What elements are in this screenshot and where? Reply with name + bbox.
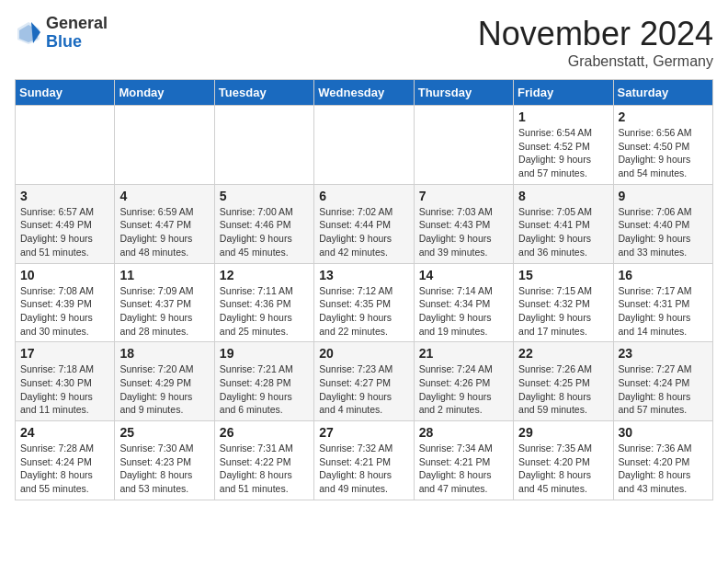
day-info: Sunrise: 7:35 AM Sunset: 4:20 PM Dayligh…	[518, 442, 608, 496]
day-info: Sunrise: 7:26 AM Sunset: 4:25 PM Dayligh…	[518, 362, 608, 417]
day-number: 22	[518, 346, 608, 361]
day-info: Sunrise: 7:02 AM Sunset: 4:44 PM Dayligh…	[319, 205, 408, 259]
calendar-week-row: 17Sunrise: 7:18 AM Sunset: 4:30 PM Dayli…	[16, 342, 713, 421]
calendar-cell: 7Sunrise: 7:03 AM Sunset: 4:43 PM Daylig…	[414, 184, 513, 263]
day-number: 21	[419, 346, 508, 361]
calendar-cell: 3Sunrise: 6:57 AM Sunset: 4:49 PM Daylig…	[16, 184, 115, 263]
day-info: Sunrise: 7:32 AM Sunset: 4:21 PM Dayligh…	[319, 442, 408, 496]
calendar-cell: 15Sunrise: 7:15 AM Sunset: 4:32 PM Dayli…	[514, 263, 613, 342]
day-number: 23	[619, 346, 708, 361]
day-number: 28	[419, 425, 508, 440]
day-number: 24	[20, 425, 109, 440]
calendar-cell	[314, 106, 414, 185]
day-info: Sunrise: 7:28 AM Sunset: 4:24 PM Dayligh…	[20, 442, 109, 496]
day-number: 17	[20, 346, 109, 361]
calendar-cell: 30Sunrise: 7:36 AM Sunset: 4:20 PM Dayli…	[613, 421, 712, 500]
day-number: 26	[220, 425, 309, 440]
calendar-cell: 28Sunrise: 7:34 AM Sunset: 4:21 PM Dayli…	[414, 421, 513, 500]
calendar-cell: 22Sunrise: 7:26 AM Sunset: 4:25 PM Dayli…	[514, 342, 613, 421]
day-info: Sunrise: 7:08 AM Sunset: 4:39 PM Dayligh…	[20, 284, 109, 339]
page-header: General Blue November 2024 Grabenstatt, …	[15, 15, 713, 70]
calendar-cell	[16, 106, 115, 185]
calendar-cell: 1Sunrise: 6:54 AM Sunset: 4:52 PM Daylig…	[514, 106, 613, 185]
day-info: Sunrise: 6:59 AM Sunset: 4:47 PM Dayligh…	[119, 205, 209, 259]
weekday-header-friday: Friday	[514, 80, 613, 106]
weekday-header-monday: Monday	[115, 80, 214, 106]
calendar-cell: 17Sunrise: 7:18 AM Sunset: 4:30 PM Dayli…	[16, 342, 115, 421]
day-info: Sunrise: 7:34 AM Sunset: 4:21 PM Dayligh…	[419, 442, 508, 496]
calendar-cell: 11Sunrise: 7:09 AM Sunset: 4:37 PM Dayli…	[115, 263, 214, 342]
weekday-header-wednesday: Wednesday	[314, 80, 414, 106]
logo-general-text: General	[46, 15, 108, 33]
location-text: Grabenstatt, Germany	[478, 53, 713, 70]
calendar-cell: 12Sunrise: 7:11 AM Sunset: 4:36 PM Dayli…	[214, 263, 313, 342]
day-info: Sunrise: 7:05 AM Sunset: 4:41 PM Dayligh…	[518, 205, 608, 259]
calendar-cell: 18Sunrise: 7:20 AM Sunset: 4:29 PM Dayli…	[115, 342, 214, 421]
day-info: Sunrise: 7:06 AM Sunset: 4:40 PM Dayligh…	[619, 205, 708, 259]
day-info: Sunrise: 7:24 AM Sunset: 4:26 PM Dayligh…	[419, 362, 508, 417]
calendar-week-row: 24Sunrise: 7:28 AM Sunset: 4:24 PM Dayli…	[16, 421, 713, 500]
day-info: Sunrise: 6:54 AM Sunset: 4:52 PM Dayligh…	[518, 126, 608, 180]
day-info: Sunrise: 7:23 AM Sunset: 4:27 PM Dayligh…	[319, 362, 408, 417]
calendar-cell: 6Sunrise: 7:02 AM Sunset: 4:44 PM Daylig…	[314, 184, 414, 263]
day-info: Sunrise: 7:11 AM Sunset: 4:36 PM Dayligh…	[220, 284, 309, 339]
calendar-cell: 27Sunrise: 7:32 AM Sunset: 4:21 PM Dayli…	[314, 421, 414, 500]
calendar-cell: 26Sunrise: 7:31 AM Sunset: 4:22 PM Dayli…	[214, 421, 313, 500]
calendar-cell: 5Sunrise: 7:00 AM Sunset: 4:46 PM Daylig…	[214, 184, 313, 263]
calendar-cell: 20Sunrise: 7:23 AM Sunset: 4:27 PM Dayli…	[314, 342, 414, 421]
logo: General Blue	[15, 15, 108, 52]
calendar-cell: 13Sunrise: 7:12 AM Sunset: 4:35 PM Dayli…	[314, 263, 414, 342]
day-info: Sunrise: 7:31 AM Sunset: 4:22 PM Dayligh…	[220, 442, 309, 496]
calendar-cell: 25Sunrise: 7:30 AM Sunset: 4:23 PM Dayli…	[115, 421, 214, 500]
day-number: 19	[220, 346, 309, 361]
calendar-cell: 10Sunrise: 7:08 AM Sunset: 4:39 PM Dayli…	[16, 263, 115, 342]
calendar-cell: 29Sunrise: 7:35 AM Sunset: 4:20 PM Dayli…	[514, 421, 613, 500]
calendar-cell: 4Sunrise: 6:59 AM Sunset: 4:47 PM Daylig…	[115, 184, 214, 263]
day-info: Sunrise: 7:30 AM Sunset: 4:23 PM Dayligh…	[119, 442, 209, 496]
logo-icon	[15, 19, 42, 47]
day-number: 6	[319, 189, 408, 203]
day-number: 8	[518, 189, 608, 203]
calendar-cell	[414, 106, 513, 185]
calendar-cell: 8Sunrise: 7:05 AM Sunset: 4:41 PM Daylig…	[514, 184, 613, 263]
calendar-cell: 16Sunrise: 7:17 AM Sunset: 4:31 PM Dayli…	[613, 263, 712, 342]
day-number: 18	[119, 346, 209, 361]
day-number: 14	[419, 268, 508, 282]
day-number: 13	[319, 268, 408, 282]
calendar-cell	[115, 106, 214, 185]
calendar-week-row: 3Sunrise: 6:57 AM Sunset: 4:49 PM Daylig…	[16, 184, 713, 263]
day-number: 20	[319, 346, 408, 361]
calendar-cell: 19Sunrise: 7:21 AM Sunset: 4:28 PM Dayli…	[214, 342, 313, 421]
day-number: 1	[518, 109, 608, 124]
calendar-cell: 14Sunrise: 7:14 AM Sunset: 4:34 PM Dayli…	[414, 263, 513, 342]
weekday-header-row: SundayMondayTuesdayWednesdayThursdayFrid…	[16, 80, 713, 106]
day-info: Sunrise: 7:27 AM Sunset: 4:24 PM Dayligh…	[619, 362, 708, 417]
day-info: Sunrise: 7:12 AM Sunset: 4:35 PM Dayligh…	[319, 284, 408, 339]
calendar-cell: 9Sunrise: 7:06 AM Sunset: 4:40 PM Daylig…	[613, 184, 712, 263]
day-info: Sunrise: 7:20 AM Sunset: 4:29 PM Dayligh…	[119, 362, 209, 417]
weekday-header-tuesday: Tuesday	[214, 80, 313, 106]
day-number: 15	[518, 268, 608, 282]
day-info: Sunrise: 7:36 AM Sunset: 4:20 PM Dayligh…	[619, 442, 708, 496]
day-number: 9	[619, 189, 708, 203]
day-number: 16	[619, 268, 708, 282]
day-number: 10	[20, 268, 109, 282]
weekday-header-sunday: Sunday	[16, 80, 115, 106]
day-number: 2	[619, 109, 708, 124]
day-info: Sunrise: 7:18 AM Sunset: 4:30 PM Dayligh…	[20, 362, 109, 417]
day-info: Sunrise: 7:14 AM Sunset: 4:34 PM Dayligh…	[419, 284, 508, 339]
day-number: 29	[518, 425, 608, 440]
day-info: Sunrise: 7:09 AM Sunset: 4:37 PM Dayligh…	[119, 284, 209, 339]
calendar-week-row: 1Sunrise: 6:54 AM Sunset: 4:52 PM Daylig…	[16, 106, 713, 185]
weekday-header-thursday: Thursday	[414, 80, 513, 106]
calendar-cell: 21Sunrise: 7:24 AM Sunset: 4:26 PM Dayli…	[414, 342, 513, 421]
calendar-table: SundayMondayTuesdayWednesdayThursdayFrid…	[15, 79, 713, 500]
day-number: 30	[619, 425, 708, 440]
weekday-header-saturday: Saturday	[613, 80, 712, 106]
calendar-cell: 2Sunrise: 6:56 AM Sunset: 4:50 PM Daylig…	[613, 106, 712, 185]
day-info: Sunrise: 7:15 AM Sunset: 4:32 PM Dayligh…	[518, 284, 608, 339]
day-info: Sunrise: 6:57 AM Sunset: 4:49 PM Dayligh…	[20, 205, 109, 259]
day-number: 5	[220, 189, 309, 203]
logo-blue-text: Blue	[46, 33, 108, 52]
day-info: Sunrise: 7:21 AM Sunset: 4:28 PM Dayligh…	[220, 362, 309, 417]
